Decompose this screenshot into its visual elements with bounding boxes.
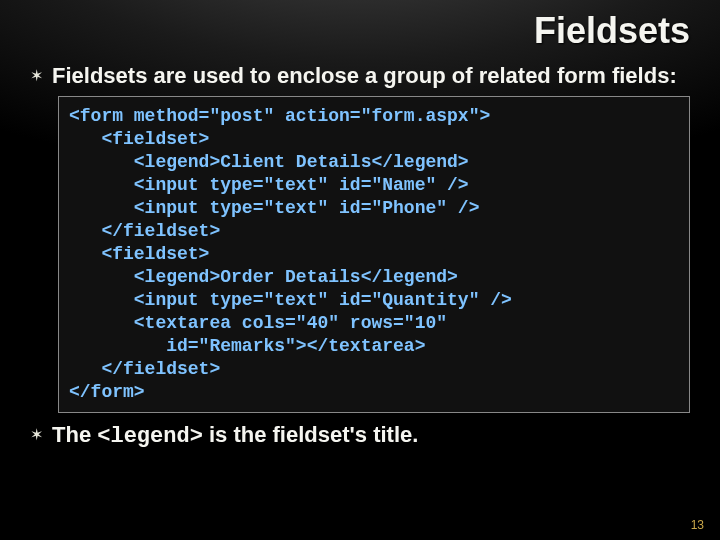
bullet-2: The <legend> is the fieldset's title. [30,421,690,451]
bullet-1-rest: are used to enclose a group of related f… [147,63,676,88]
code-line: <legend>Client Details</legend> [69,152,469,172]
code-block: <form method="post" action="form.aspx"> … [58,96,690,413]
code-line: <input type="text" id="Name" /> [69,175,469,195]
code-line: <fieldset> [69,129,209,149]
bullet-2-mono: <legend> [97,424,203,449]
bullet-2-rest: is the fieldset's title. [203,422,419,447]
star-icon [30,68,48,86]
page-number: 13 [691,518,704,532]
bullet-2-lead: The [52,422,97,447]
bullet-1-lead: Fieldsets [52,63,147,88]
star-icon [30,427,48,445]
code-line: </fieldset> [69,221,220,241]
code-line: <textarea cols="40" rows="10" [69,313,447,333]
bullet-1: Fieldsets are used to enclose a group of… [30,62,690,90]
code-line: <fieldset> [69,244,209,264]
slide-body: Fieldsets are used to enclose a group of… [0,56,720,450]
bullet-2-text: The <legend> is the fieldset's title. [52,421,418,451]
slide-title: Fieldsets [0,0,720,56]
code-line: <input type="text" id="Phone" /> [69,198,479,218]
code-line: </form> [69,382,145,402]
code-line: <input type="text" id="Quantity" /> [69,290,512,310]
code-line: id="Remarks"></textarea> [69,336,425,356]
code-line: <form method="post" action="form.aspx"> [69,106,490,126]
code-line: </fieldset> [69,359,220,379]
code-line: <legend>Order Details</legend> [69,267,458,287]
bullet-1-text: Fieldsets are used to enclose a group of… [52,62,677,90]
